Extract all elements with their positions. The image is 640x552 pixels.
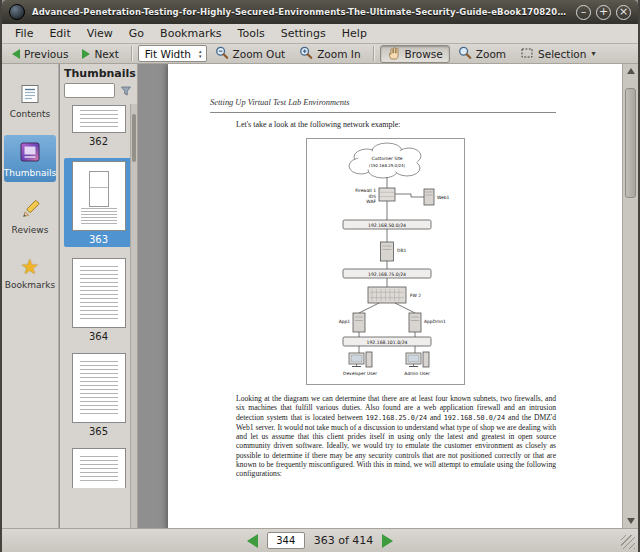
bookmarks-star-icon: ★	[21, 256, 40, 278]
sidebar-item-bookmarks[interactable]: ★ Bookmarks	[4, 251, 56, 294]
svg-text:Admin User: Admin User	[404, 371, 430, 376]
thumbnails-icon	[18, 140, 42, 166]
network-diagram: Customer Site (192.168.25.0/24) Firewall…	[306, 138, 465, 385]
sidebar: Contents Thumbnails Reviews ★ Bookmarks	[2, 64, 59, 528]
menu-file[interactable]: File	[7, 25, 41, 42]
resize-grip[interactable]	[621, 535, 635, 549]
thumbnail-number: 364	[89, 331, 108, 342]
next-label: Next	[94, 48, 118, 60]
menu-go[interactable]: Go	[121, 25, 152, 42]
spinner-arrows-icon[interactable]: ▴▾	[199, 49, 202, 58]
document-scrollbar[interactable]	[622, 64, 638, 528]
titlebar: Advanced-Penetration-Testing-for-Highly-…	[2, 0, 638, 24]
previous-page-icon[interactable]	[247, 534, 258, 548]
menu-edit[interactable]: Edit	[41, 25, 78, 42]
zoom-tool-label: Zoom	[476, 48, 506, 60]
next-button[interactable]: Next	[76, 45, 124, 63]
svg-text:DB1: DB1	[397, 248, 406, 253]
svg-text:App1: App1	[339, 319, 351, 324]
thumbnail-page-365[interactable]: 365	[72, 353, 126, 437]
thumbnail-scrollbar[interactable]	[130, 104, 137, 528]
svg-text:(192.168.25.0/24): (192.168.25.0/24)	[369, 163, 406, 168]
svg-text:Web1: Web1	[437, 195, 450, 200]
previous-arrow-icon	[12, 49, 20, 59]
appdmn1-server: AppDmn1	[409, 313, 446, 332]
thumbnail-preview[interactable]	[72, 161, 126, 231]
menu-bookmarks[interactable]: Bookmarks	[152, 25, 229, 42]
selection-tool-button[interactable]: Selection ▾	[514, 45, 601, 63]
thumbnails-panel: Thumbnails 362 363 364 365	[60, 64, 138, 528]
thumbnail-page-363-selected[interactable]: 363	[64, 158, 134, 247]
page-position-label: 363 of 414	[314, 534, 374, 547]
close-icon[interactable]: ×	[616, 5, 631, 20]
thumbnail-number: 365	[89, 426, 108, 437]
zoom-tool-button[interactable]: Zoom	[452, 45, 512, 63]
thumbnail-scrollbar-thumb[interactable]	[132, 114, 136, 162]
web1-server: Web1	[395, 189, 450, 205]
thumbnails-panel-title: Thumbnails	[60, 64, 137, 82]
zoom-out-button[interactable]: Zoom Out	[209, 45, 292, 63]
body-paragraph: Looking at the diagram we can determine …	[236, 394, 556, 479]
zoom-in-button[interactable]: Zoom In	[293, 45, 366, 63]
svg-text:192.168.101.0/24: 192.168.101.0/24	[366, 340, 407, 345]
sidebar-item-reviews[interactable]: Reviews	[4, 194, 56, 239]
thumbnail-preview[interactable]	[72, 448, 126, 488]
next-page-icon[interactable]	[382, 534, 393, 548]
thumbnails-label: Thumbnails	[4, 168, 56, 178]
svg-text:192.168.50.0/24: 192.168.50.0/24	[368, 223, 406, 228]
scroll-up-icon[interactable]	[623, 64, 638, 78]
fit-width-combobox[interactable]: Fit Width ▴▾	[138, 45, 207, 62]
next-arrow-icon	[82, 49, 90, 59]
admin-user-node: Admin User	[404, 352, 430, 376]
maximize-icon[interactable]: +	[596, 5, 611, 20]
thumbnail-page-362[interactable]: 362	[72, 105, 126, 147]
thumbnail-preview[interactable]	[72, 258, 126, 328]
contents-icon	[19, 83, 41, 107]
previous-button[interactable]: Previous	[6, 45, 74, 63]
menu-tools[interactable]: Tools	[230, 25, 273, 42]
zoom-out-label: Zoom Out	[233, 48, 286, 60]
thumbnail-preview[interactable]	[72, 353, 126, 423]
reviews-label: Reviews	[12, 225, 49, 235]
browse-tool-button[interactable]: Browse	[380, 45, 450, 63]
selection-dropdown-icon[interactable]: ▾	[591, 49, 595, 58]
browse-label: Browse	[405, 48, 443, 60]
statusbar: 363 of 414	[2, 528, 638, 552]
minimize-icon[interactable]: –	[576, 5, 591, 20]
developer-user-node: Developer User	[343, 352, 377, 376]
thumbnail-number: 363	[89, 234, 108, 245]
bookmarks-label: Bookmarks	[5, 280, 55, 290]
thumbnail-list: 362 363 364 365	[60, 101, 137, 488]
thumbnail-page-partial[interactable]	[72, 448, 126, 488]
sidebar-item-thumbnails[interactable]: Thumbnails	[4, 135, 56, 182]
fw2-node: FW 2	[368, 287, 421, 303]
contents-label: Contents	[10, 109, 50, 119]
filter-icon[interactable]	[118, 83, 133, 98]
menubar: File Edit View Go Bookmarks Tools Settin…	[2, 24, 638, 44]
zoom-out-icon	[215, 46, 229, 62]
document-view[interactable]: Setting Up Virtual Test Lab Environments…	[139, 64, 622, 528]
svg-text:Customer Site: Customer Site	[371, 156, 402, 161]
subnet-bar-mid: 192.168.75.0/24	[343, 269, 431, 278]
reviews-pencil-icon	[19, 199, 41, 223]
thumbnail-search-row	[60, 82, 137, 101]
zoom-magnifier-icon	[458, 46, 472, 62]
scroll-down-icon[interactable]	[623, 514, 638, 528]
selection-icon	[520, 46, 534, 62]
thumbnail-preview[interactable]	[72, 105, 126, 133]
toolbar-separator	[373, 46, 374, 61]
svg-text:IDS: IDS	[369, 194, 377, 199]
zoom-in-icon	[299, 46, 313, 62]
svg-text:AppDmn1: AppDmn1	[424, 319, 446, 324]
thumbnail-page-364[interactable]: 364	[72, 258, 126, 342]
document-scrollbar-thumb[interactable]	[625, 88, 636, 198]
menu-help[interactable]: Help	[334, 25, 375, 42]
svg-text:192.168.75.0/24: 192.168.75.0/24	[368, 272, 406, 277]
thumbnail-filter-input[interactable]	[64, 83, 115, 98]
page-number-input[interactable]	[267, 532, 305, 549]
menu-view[interactable]: View	[79, 25, 121, 42]
previous-label: Previous	[24, 48, 68, 60]
okular-app-icon[interactable]	[9, 4, 25, 20]
menu-settings[interactable]: Settings	[273, 25, 334, 42]
sidebar-item-contents[interactable]: Contents	[4, 78, 56, 123]
